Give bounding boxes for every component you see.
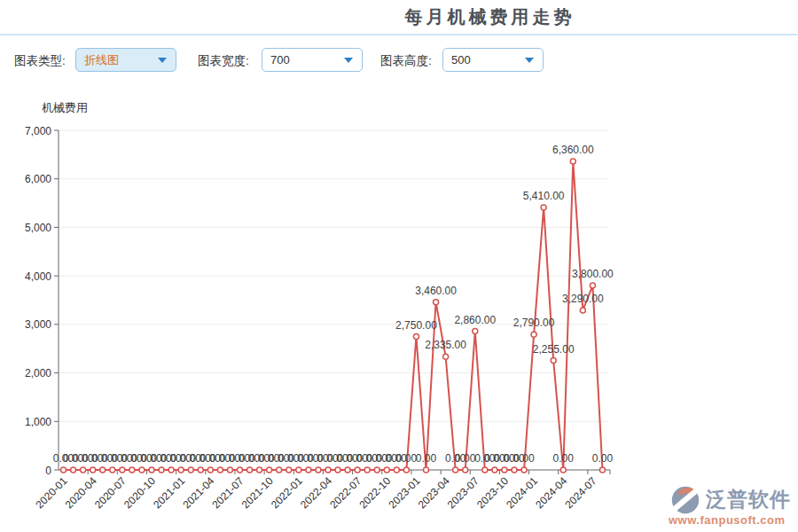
svg-text:2020-10: 2020-10 [121, 474, 158, 511]
svg-text:2023-04: 2023-04 [416, 474, 452, 511]
page: 每月机械费用走势 图表类型: 折线图 图表宽度: 700 图表高度: 500 机… [0, 0, 798, 532]
svg-text:2023-01: 2023-01 [387, 474, 423, 511]
svg-text:2021-01: 2021-01 [151, 474, 187, 511]
svg-text:1,000: 1,000 [25, 416, 51, 428]
svg-text:0.00: 0.00 [455, 452, 476, 465]
svg-text:2,790.00: 2,790.00 [513, 317, 555, 329]
svg-text:6,360.00: 6,360.00 [552, 144, 594, 156]
svg-text:2021-07: 2021-07 [210, 474, 246, 511]
svg-text:3,800.00: 3,800.00 [572, 268, 614, 280]
svg-text:2024-04: 2024-04 [533, 474, 569, 511]
svg-text:2,335.00: 2,335.00 [425, 339, 466, 351]
svg-text:0.00: 0.00 [513, 452, 535, 465]
svg-text:0.00: 0.00 [553, 452, 575, 465]
svg-text:2,750.00: 2,750.00 [395, 319, 437, 332]
monthly-machinery-cost-line-chart: 机械费用01,0002,0003,0004,0005,0006,0007,000… [0, 0, 798, 532]
svg-text:2022-07: 2022-07 [327, 474, 364, 511]
watermark-brand: 泛普软件 [706, 486, 791, 513]
svg-text:3,460.00: 3,460.00 [415, 285, 457, 297]
svg-text:2022-10: 2022-10 [356, 474, 393, 511]
svg-text:0.00: 0.00 [592, 452, 614, 465]
svg-text:2024-07: 2024-07 [562, 474, 598, 511]
svg-text:2023-10: 2023-10 [474, 474, 511, 511]
svg-text:2024-01: 2024-01 [504, 474, 540, 511]
svg-text:3,000: 3,000 [25, 318, 51, 331]
svg-text:2020-07: 2020-07 [92, 474, 129, 511]
svg-text:7,000: 7,000 [25, 125, 51, 137]
watermark-url: www.fanpusoft.com [669, 513, 784, 527]
svg-text:2023-07: 2023-07 [445, 474, 481, 511]
svg-text:机械费用: 机械费用 [42, 101, 88, 114]
svg-text:6,000: 6,000 [25, 173, 51, 185]
svg-text:2,860.00: 2,860.00 [454, 314, 496, 326]
svg-text:3,290.00: 3,290.00 [562, 293, 604, 305]
svg-text:0: 0 [45, 465, 51, 477]
svg-text:5,000: 5,000 [25, 222, 51, 234]
svg-text:4,000: 4,000 [25, 270, 51, 283]
svg-text:2021-04: 2021-04 [180, 474, 216, 511]
svg-text:2,255.00: 2,255.00 [533, 343, 575, 356]
watermark-row: 泛普软件 [669, 482, 784, 516]
fanpu-logo-icon [669, 482, 702, 516]
svg-text:2022-04: 2022-04 [298, 474, 334, 511]
svg-text:0.00: 0.00 [396, 452, 418, 465]
svg-text:2022-01: 2022-01 [269, 474, 305, 511]
svg-text:2020-04: 2020-04 [63, 474, 99, 511]
watermark: 泛普软件 www.fanpusoft.com [669, 482, 784, 527]
svg-text:5,410.00: 5,410.00 [523, 190, 565, 202]
svg-text:0.00: 0.00 [416, 452, 437, 465]
svg-text:2,000: 2,000 [25, 367, 51, 379]
svg-text:2020-01: 2020-01 [34, 474, 70, 511]
svg-text:2021-10: 2021-10 [239, 474, 276, 511]
